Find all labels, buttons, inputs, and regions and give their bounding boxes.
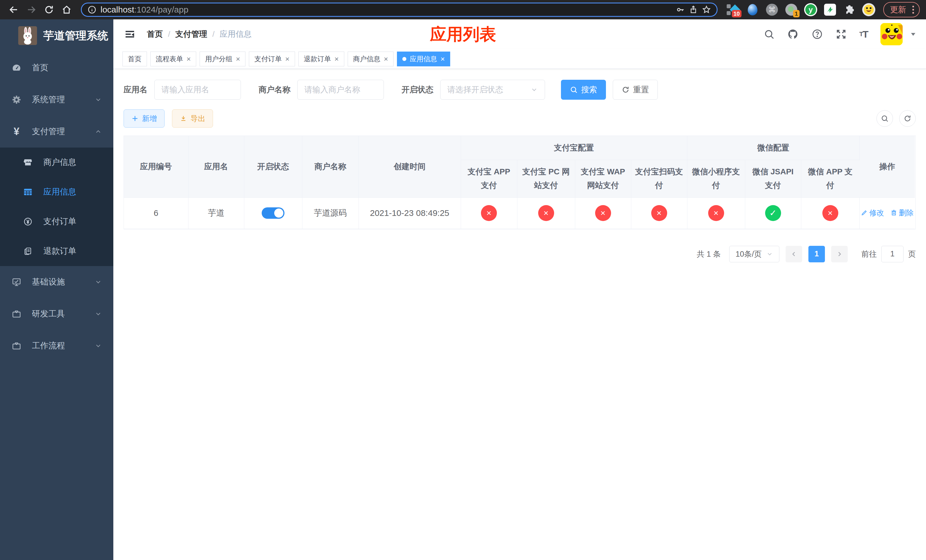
password-key-icon[interactable]	[676, 5, 685, 14]
refresh-table-button[interactable]	[899, 110, 916, 127]
user-avatar[interactable]	[881, 23, 903, 45]
sidebar-item-system[interactable]: 系统管理	[0, 84, 113, 116]
merchant-name-input[interactable]	[297, 80, 384, 100]
tab-label: 应用信息	[410, 54, 437, 64]
sidebar-item-dev-tools[interactable]: 研发工具	[0, 298, 113, 330]
search-button[interactable]: 搜索	[561, 80, 606, 100]
delete-label: 删除	[899, 208, 914, 218]
help-icon[interactable]	[811, 29, 823, 40]
extension-y-icon[interactable]: y	[804, 3, 817, 16]
sidebar-item-label: 应用信息	[43, 186, 76, 198]
tab-label: 流程表单	[156, 54, 183, 64]
page-unit-label: 页	[908, 249, 916, 259]
status-label: 开启状态	[401, 84, 433, 95]
extension-diamond-icon[interactable]: 10	[727, 3, 740, 16]
page-1-button[interactable]: 1	[808, 246, 825, 262]
cell-merchant: 芋道源码	[302, 197, 359, 229]
close-icon[interactable]: ×	[440, 55, 445, 63]
status-toggle[interactable]	[262, 207, 284, 219]
font-size-icon[interactable]: TT	[859, 29, 868, 40]
url-bar[interactable]: localhost:1024/pay/app	[81, 3, 717, 17]
breadcrumb-payment[interactable]: 支付管理	[176, 29, 207, 39]
hide-search-button[interactable]	[876, 110, 893, 127]
extension-balloon-icon[interactable]	[746, 3, 759, 16]
briefcase-icon	[11, 341, 22, 351]
sidebar-item-refund-order[interactable]: 退款订单	[0, 236, 113, 266]
dashboard-icon	[11, 63, 22, 73]
tab-user-group[interactable]: 用户分组×	[200, 51, 245, 67]
merchant-name-label: 商户名称	[259, 84, 291, 95]
briefcase-icon	[11, 309, 22, 319]
goto-page: 前往 页	[861, 246, 916, 262]
extension-badge: 1	[793, 10, 800, 17]
sidebar-item-pay-order[interactable]: 支付订单	[0, 207, 113, 236]
extension-chat-icon[interactable]	[823, 3, 837, 16]
extension-square-bottom	[727, 11, 731, 15]
tab-merchant-info[interactable]: 商户信息×	[348, 51, 393, 67]
tab-process-form[interactable]: 流程表单×	[150, 51, 196, 67]
browser-menu-kebab-icon[interactable]	[911, 5, 916, 14]
sidebar-item-infrastructure[interactable]: 基础设施	[0, 266, 113, 298]
close-icon[interactable]: ×	[236, 55, 240, 63]
sidebar-item-app-info[interactable]: 应用信息	[0, 177, 113, 207]
page-size-select[interactable]: 10条/页	[729, 246, 779, 262]
prev-page-button[interactable]	[785, 246, 802, 262]
status-select[interactable]: 请选择开启状态	[440, 80, 545, 100]
tab-app-info-active[interactable]: 应用信息×	[397, 51, 450, 67]
home-icon[interactable]	[59, 2, 74, 17]
col-app-name: 应用名	[188, 136, 244, 197]
sidebar: 芋道管理系统 首页 系统管理 ¥ 支付管理	[0, 20, 113, 560]
app-name-label: 应用名	[124, 84, 147, 95]
sidebar-collapse-icon[interactable]	[123, 27, 137, 42]
share-icon[interactable]	[689, 5, 698, 14]
github-icon[interactable]	[787, 28, 799, 40]
browser-update-button[interactable]: 更新	[883, 2, 920, 17]
reset-button-label: 重置	[633, 84, 649, 95]
status-cross-icon: ×	[651, 205, 667, 221]
export-button[interactable]: 导出	[172, 109, 213, 128]
close-icon[interactable]: ×	[384, 55, 388, 63]
fullscreen-icon[interactable]	[835, 29, 847, 40]
close-icon[interactable]: ×	[285, 55, 289, 63]
forward-icon[interactable]	[24, 2, 39, 17]
breadcrumb-home[interactable]: 首页	[147, 29, 163, 39]
sidebar-item-payment[interactable]: ¥ 支付管理	[0, 116, 113, 148]
next-page-button[interactable]	[831, 246, 848, 262]
tab-home[interactable]: 首页	[123, 51, 147, 67]
tab-label: 用户分组	[205, 54, 232, 64]
chevron-right-icon	[836, 250, 843, 258]
caret-down-icon[interactable]	[909, 30, 917, 38]
sidebar-item-merchant-info[interactable]: 商户信息	[0, 148, 113, 177]
close-icon[interactable]: ×	[334, 55, 339, 63]
col-app-id: 应用编号	[124, 136, 188, 197]
bookmark-star-icon[interactable]	[702, 5, 711, 14]
sidebar-item-home[interactable]: 首页	[0, 52, 113, 84]
app-name-input[interactable]	[154, 80, 241, 100]
reset-button[interactable]: 重置	[613, 80, 658, 100]
goto-page-input[interactable]	[881, 246, 903, 262]
tab-label: 商户信息	[353, 54, 380, 64]
pencil-icon	[861, 209, 868, 216]
filter-form: 应用名 商户名称 开启状态 请选择开启状态 搜索 重置	[124, 80, 916, 100]
delete-button[interactable]: 删除	[890, 208, 914, 218]
add-button[interactable]: 新增	[124, 109, 165, 128]
extensions-puzzle-icon[interactable]	[843, 3, 856, 16]
back-icon[interactable]	[6, 2, 21, 17]
extension-status-icon[interactable]: 1	[785, 3, 798, 16]
profile-avatar-icon[interactable]	[862, 3, 875, 16]
reload-icon[interactable]	[42, 2, 56, 17]
table-toolbar: 新增 导出	[124, 109, 916, 128]
extension-command-icon[interactable]: ⌘	[766, 3, 779, 16]
tab-pay-order[interactable]: 支付订单×	[249, 51, 295, 67]
tab-refund-order[interactable]: 退款订单×	[298, 51, 344, 67]
cell-wechat-jsapi: ✓	[745, 197, 801, 229]
info-icon[interactable]	[88, 5, 97, 14]
update-label: 更新	[890, 4, 906, 15]
edit-button[interactable]: 修改	[861, 208, 884, 218]
header-search-icon[interactable]	[764, 29, 775, 39]
close-icon[interactable]: ×	[186, 55, 191, 63]
sidebar-item-label: 工作流程	[32, 340, 65, 351]
extension-badge: 10	[732, 10, 741, 17]
sidebar-logo[interactable]: 芋道管理系统	[0, 20, 113, 52]
sidebar-item-workflow[interactable]: 工作流程	[0, 330, 113, 362]
